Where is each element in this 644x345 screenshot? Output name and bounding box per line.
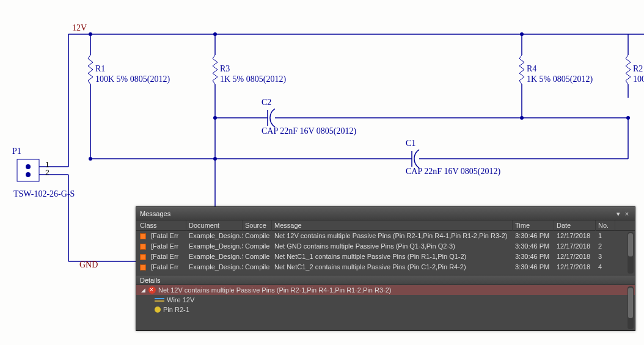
details-tree[interactable]: ◢ Net 12V contains multiple Passive Pins…	[136, 285, 635, 330]
panel-menu-icon[interactable]: ▾	[614, 207, 623, 220]
messages-scrollbar[interactable]	[628, 232, 634, 274]
value-C2: CAP 22nF 16V 0805(2012)	[262, 126, 356, 136]
details-header[interactable]: Details	[136, 275, 635, 285]
col-source[interactable]: Source	[243, 220, 272, 231]
value-R1: 100K 5% 0805(2012)	[95, 74, 170, 84]
messages-titlebar[interactable]: Messages ▾ ×	[136, 207, 635, 220]
ref-C2: C2	[262, 98, 271, 107]
ref-R4: R4	[527, 64, 536, 74]
value-R2: 100K	[633, 74, 644, 84]
col-class[interactable]: Class	[137, 220, 186, 231]
message-row[interactable]: [Fatal Err Example_Design.S Compile Net …	[136, 262, 635, 272]
panel-close-icon[interactable]: ×	[623, 207, 631, 220]
connector-pin-2: 2	[45, 169, 49, 177]
details-child[interactable]: Wire 12V	[136, 295, 635, 305]
col-message[interactable]: Message	[272, 220, 513, 231]
col-date[interactable]: Date	[554, 220, 596, 231]
col-document[interactable]: Document	[186, 220, 243, 231]
scrollbar-thumb[interactable]	[628, 233, 633, 256]
messages-columns[interactable]: Class Document Source Message Time Date …	[136, 220, 635, 231]
expand-icon[interactable]: ◢	[140, 285, 146, 295]
wire-icon	[155, 298, 164, 302]
messages-title: Messages	[140, 207, 170, 220]
messages-list[interactable]: [Fatal Err Example_Design.S Compile Net …	[136, 231, 635, 275]
connector-part: TSW-102-26-G-S	[13, 189, 75, 199]
ref-C1: C1	[406, 139, 415, 148]
ref-R3: R3	[220, 64, 230, 74]
severity-icon	[140, 264, 146, 271]
severity-icon	[140, 254, 146, 260]
ref-R1: R1	[95, 64, 105, 74]
severity-icon	[140, 244, 146, 250]
value-C1: CAP 22nF 16V 0805(2012)	[406, 167, 500, 176]
pin-icon	[155, 307, 161, 313]
col-no[interactable]: No.	[596, 220, 615, 231]
value-R3: 1K 5% 0805(2012)	[220, 74, 286, 84]
connector-ref: P1	[12, 147, 21, 156]
message-row[interactable]: [Fatal Err Example_Design.S Compile Net …	[136, 241, 635, 252]
value-R4: 1K 5% 0805(2012)	[527, 74, 593, 84]
severity-icon	[140, 233, 146, 239]
col-time[interactable]: Time	[513, 220, 554, 231]
error-icon	[148, 286, 156, 294]
net-label-12v: 12V	[72, 23, 87, 33]
details-child[interactable]: Pin R2-1	[136, 305, 635, 314]
messages-panel[interactable]: Messages ▾ × Class Document Source Messa…	[136, 206, 635, 331]
scrollbar-thumb[interactable]	[628, 288, 633, 318]
ref-R2: R2	[633, 64, 643, 74]
details-root[interactable]: ◢ Net 12V contains multiple Passive Pins…	[136, 285, 635, 295]
connector-pin-1: 1	[45, 161, 49, 169]
details-scrollbar[interactable]	[628, 286, 634, 329]
message-row[interactable]: [Fatal Err Example_Design.S Compile Net …	[136, 231, 635, 241]
net-label-gnd: GND	[79, 260, 98, 270]
message-row[interactable]: [Fatal Err Example_Design.S Compile Net …	[136, 252, 635, 262]
